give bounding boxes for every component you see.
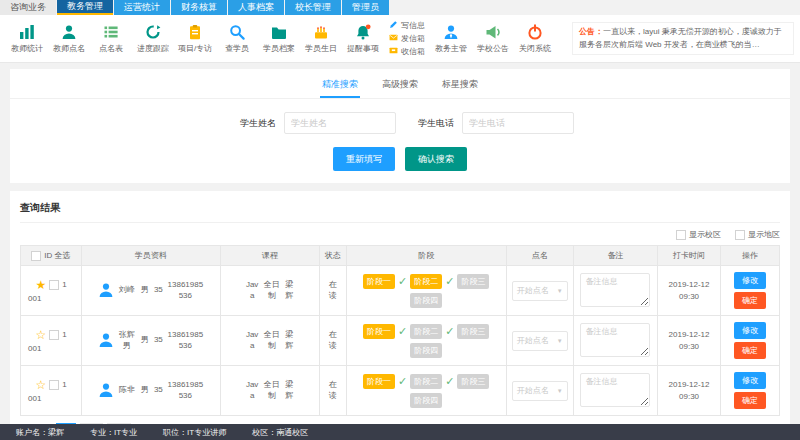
checkbox-icon[interactable] bbox=[735, 230, 745, 240]
student-phone-input[interactable] bbox=[462, 112, 574, 134]
select-all-checkbox[interactable] bbox=[31, 251, 41, 261]
edit-button[interactable]: 修改 bbox=[734, 372, 766, 389]
toolbar-item-teacher-stats[interactable]: 教师统计 bbox=[6, 24, 48, 54]
person-tie-icon bbox=[443, 24, 460, 41]
tab-starred-search[interactable]: 标星搜索 bbox=[440, 73, 480, 98]
footer-account: 账户名：梁辉 bbox=[16, 427, 64, 438]
star-icon[interactable]: ☆ bbox=[35, 379, 46, 391]
announcement-panel: 公告：一直以来，layui 秉承无偿开源的初心，虔诚致力于 服务各层次前后端 W… bbox=[572, 22, 794, 56]
toolbar-item-inbox[interactable]: 收信箱 bbox=[389, 46, 425, 57]
student-gender: 男 bbox=[140, 335, 150, 346]
nav-tab-academic[interactable]: 教务管理 bbox=[57, 0, 113, 15]
row-checkbox[interactable] bbox=[49, 380, 59, 390]
edit-button[interactable]: 修改 bbox=[734, 322, 766, 339]
student-age: 35 bbox=[154, 385, 163, 396]
search-panel: 精准搜索 高级搜索 标星搜索 学生姓名 学生电话 重新填写 确认搜索 bbox=[10, 69, 790, 183]
stage-cell: 阶段一 ✓ 阶段二 ✓ 阶段三 阶段四 bbox=[346, 366, 506, 416]
toolbar-item-find-student[interactable]: 查学员 bbox=[216, 24, 258, 54]
show-campus-toggle[interactable]: 显示校区 bbox=[676, 229, 721, 240]
student-name-input[interactable] bbox=[284, 112, 396, 134]
course-mode: 全日制 bbox=[263, 330, 281, 352]
header-select: ID 全选 bbox=[21, 246, 82, 266]
checkin-time: 2019-12-12 09:30 bbox=[669, 379, 710, 403]
toolbar-item-outbox[interactable]: 发信箱 bbox=[389, 33, 425, 44]
stage-button[interactable]: 阶段二 bbox=[410, 374, 442, 389]
bell-icon bbox=[355, 24, 372, 41]
row-number: 1 bbox=[62, 330, 66, 339]
person-icon bbox=[61, 24, 78, 41]
status-bar: 账户名：梁辉 专业：IT专业 职位：IT专业讲师 校区：南通校区 bbox=[0, 424, 800, 440]
nav-tab-principal[interactable]: 校长管理 bbox=[285, 0, 341, 15]
nav-tab-hr[interactable]: 人事档案 bbox=[228, 0, 284, 15]
checkbox-icon[interactable] bbox=[676, 230, 686, 240]
header-time: 打卡时间 bbox=[658, 246, 721, 266]
rollcall-value: 开始点名 bbox=[517, 285, 549, 296]
toolbar-item-student-birthday[interactable]: 学员生日 bbox=[300, 24, 342, 54]
toolbar-item-student-files[interactable]: 学员档案 bbox=[258, 24, 300, 54]
stage-button[interactable]: 阶段三 bbox=[457, 274, 489, 289]
stage-button[interactable]: 阶段三 bbox=[457, 324, 489, 339]
nav-tab-operations[interactable]: 运营统计 bbox=[114, 0, 170, 15]
header-profile: 学员资料 bbox=[81, 246, 220, 266]
row-checkbox[interactable] bbox=[49, 280, 59, 290]
confirm-button[interactable]: 确定 bbox=[734, 392, 766, 409]
row-checkbox[interactable] bbox=[49, 330, 59, 340]
stage-button[interactable]: 阶段四 bbox=[410, 343, 442, 358]
stage-cell: 阶段一 ✓ 阶段二 ✓ 阶段三 阶段四 bbox=[346, 316, 506, 366]
confirm-button[interactable]: 确定 bbox=[734, 342, 766, 359]
stage-cell: 阶段一 ✓ 阶段二 ✓ 阶段三 阶段四 bbox=[346, 266, 506, 316]
toolbar-item-progress-tracking[interactable]: 进度跟踪 bbox=[132, 24, 174, 54]
toolbar-item-label: 点名表 bbox=[99, 43, 123, 54]
header-rollcall: 点名 bbox=[506, 246, 573, 266]
progress-icon bbox=[145, 24, 162, 41]
edit-button[interactable]: 修改 bbox=[734, 272, 766, 289]
rollcall-select[interactable]: 开始点名 ▼ bbox=[512, 281, 568, 301]
stage-button[interactable]: 阶段一 bbox=[363, 274, 395, 289]
show-region-toggle[interactable]: 显示地区 bbox=[735, 229, 780, 240]
row-number: 1 bbox=[62, 280, 66, 289]
rollcall-cell: 开始点名 ▼ bbox=[506, 316, 573, 366]
confirm-button[interactable]: 确定 bbox=[734, 292, 766, 309]
remark-textarea[interactable] bbox=[580, 273, 650, 307]
star-icon[interactable]: ☆ bbox=[35, 329, 46, 341]
rollcall-select[interactable]: 开始点名 ▼ bbox=[512, 331, 568, 351]
stage-button[interactable]: 阶段四 bbox=[410, 293, 442, 308]
nav-tab-admin[interactable]: 管理员 bbox=[342, 0, 389, 15]
toolbar-item-close-system[interactable]: 关闭系统 bbox=[514, 24, 556, 54]
confirm-search-button[interactable]: 确认搜索 bbox=[405, 147, 467, 171]
remark-textarea[interactable] bbox=[580, 323, 650, 357]
tab-advanced-search[interactable]: 高级搜索 bbox=[380, 73, 420, 98]
toolbar-item-write-message[interactable]: 写信息 bbox=[389, 20, 425, 31]
stage-button[interactable]: 阶段一 bbox=[363, 374, 395, 389]
remark-textarea[interactable] bbox=[580, 373, 650, 407]
status-cell: 在读 bbox=[319, 316, 346, 366]
reset-button[interactable]: 重新填写 bbox=[333, 147, 395, 171]
actions-cell: 修改 确定 bbox=[721, 266, 780, 316]
stage-button[interactable]: 阶段三 bbox=[457, 374, 489, 389]
stage-button[interactable]: 阶段一 bbox=[363, 324, 395, 339]
time-cell: 2019-12-12 09:30 bbox=[658, 316, 721, 366]
stage-button[interactable]: 阶段四 bbox=[410, 393, 442, 408]
toolbar-item-reminders[interactable]: 提醒事项 bbox=[342, 24, 384, 54]
clipboard-icon bbox=[187, 24, 204, 41]
toolbar-item-project-interview[interactable]: 项目/专访 bbox=[174, 24, 216, 54]
search-tabs: 精准搜索 高级搜索 标星搜索 bbox=[10, 73, 790, 99]
toolbar-item-school-notice[interactable]: 学校公告 bbox=[472, 24, 514, 54]
toolbar-item-teacher-rollcall[interactable]: 教师点名 bbox=[48, 24, 90, 54]
tab-precise-search[interactable]: 精准搜索 bbox=[320, 73, 360, 98]
course-name: Java bbox=[246, 380, 259, 402]
status-cell: 在读 bbox=[319, 266, 346, 316]
stage-button[interactable]: 阶段二 bbox=[410, 274, 442, 289]
student-phone: 13861985536 bbox=[167, 330, 204, 352]
toolbar-item-dean[interactable]: 教务主管 bbox=[430, 24, 472, 54]
stage-button[interactable]: 阶段二 bbox=[410, 324, 442, 339]
toolbar-item-rollcall-sheet[interactable]: 点名表 bbox=[90, 24, 132, 54]
mini-item-label: 写信息 bbox=[401, 20, 425, 31]
rollcall-select[interactable]: 开始点名 ▼ bbox=[512, 381, 568, 401]
nav-tab-consulting[interactable]: 咨询业务 bbox=[0, 0, 56, 15]
search-form: 学生姓名 学生电话 bbox=[10, 112, 790, 134]
star-icon[interactable]: ★ bbox=[35, 279, 46, 291]
select-cell: ☆ 1 001 bbox=[21, 366, 82, 416]
nav-tab-finance[interactable]: 财务核算 bbox=[171, 0, 227, 15]
time-cell: 2019-12-12 09:30 bbox=[658, 366, 721, 416]
